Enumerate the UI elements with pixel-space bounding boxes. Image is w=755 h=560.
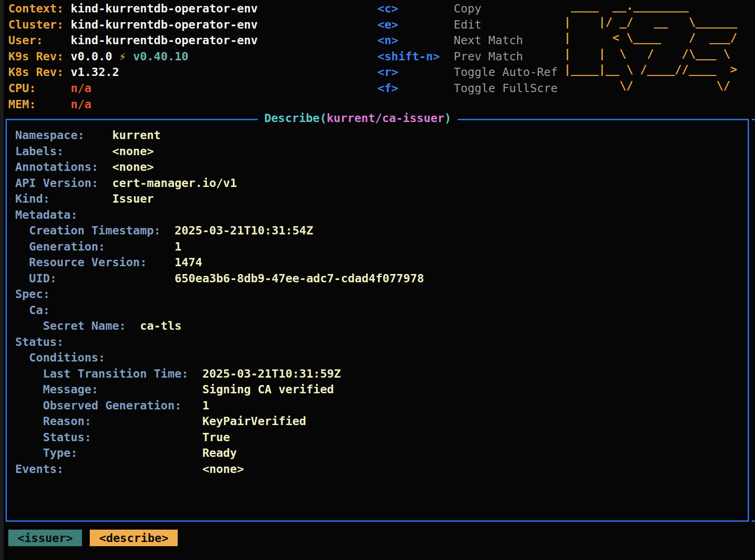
describe-value: 2025-03-21T10:31:54Z: [161, 224, 313, 237]
cluster-info-label: User:: [8, 34, 70, 47]
cluster-info-value: n/a: [70, 82, 91, 95]
describe-line: Ca:: [15, 303, 424, 319]
describe-key: Observed Generation:: [15, 399, 181, 412]
cluster-info-row: K8s Rev: v1.32.2: [8, 64, 258, 81]
hotkey-label: Toggle Auto-Ref: [454, 65, 558, 79]
describe-value: 1: [181, 399, 209, 412]
describe-value: <none>: [64, 145, 154, 158]
hotkey-label: Next Match: [454, 34, 523, 47]
cluster-info-row: MEM: n/a: [8, 97, 258, 113]
describe-key: Conditions:: [15, 351, 105, 364]
describe-value: 1: [105, 240, 182, 253]
describe-line: Reason: KeyPairVerified: [15, 414, 424, 430]
describe-title-prefix: Describe(: [264, 111, 326, 125]
describe-key: Kind:: [15, 192, 50, 205]
cluster-info-row: Context: kind-kurrentdb-operator-env: [8, 1, 258, 17]
describe-line: Metadata:: [15, 207, 424, 223]
describe-value: 2025-03-21T10:31:59Z: [188, 367, 341, 380]
describe-value: Signing CA verified: [99, 383, 334, 396]
describe-key: Events:: [15, 462, 64, 476]
describe-key: Labels:: [15, 145, 64, 158]
cluster-info-label: K9s Rev:: [8, 50, 70, 63]
hotkey-key: <c>: [378, 2, 454, 15]
describe-key: Annotations:: [15, 160, 99, 174]
hotkey-key: <n>: [378, 34, 454, 47]
describe-line: Status:: [15, 334, 424, 350]
cluster-info-label: Cluster:: [8, 18, 70, 31]
border-fragment: [752, 119, 755, 120]
describe-line: Message: Signing CA verified: [15, 382, 424, 398]
describe-key: Last Transition Time:: [15, 367, 188, 380]
hotkey-item: <c> Copy: [378, 1, 558, 17]
cluster-info-value: v0.40.10: [133, 50, 188, 63]
crumb-describe[interactable]: <describe>: [90, 530, 178, 546]
describe-value: kurrent: [85, 128, 161, 142]
describe-value: cert-manager.io/v1: [99, 176, 237, 190]
describe-title-resource: kurrent/ca-issuer: [326, 111, 444, 125]
cluster-info-value: v0.0.0: [70, 50, 112, 63]
describe-line: Labels: <none>: [15, 144, 424, 160]
describe-line: Events: <none>: [15, 461, 424, 478]
hotkey-label: Toggle FullScre: [454, 82, 558, 95]
describe-key: Message:: [15, 383, 99, 396]
cluster-info-value: n/a: [70, 98, 91, 111]
describe-line: Observed Generation: 1: [15, 398, 424, 414]
cluster-info-value: kind-kurrentdb-operator-env: [70, 18, 257, 31]
describe-content: Namespace: kurrentLabels: <none>Annotati…: [15, 128, 424, 477]
window-edge: [0, 0, 4, 560]
describe-line: Generation: 1: [15, 239, 424, 255]
describe-value: KeyPairVerified: [92, 414, 307, 428]
describe-line: Resource Version: 1474: [15, 255, 424, 271]
describe-key: Resource Version:: [15, 256, 147, 269]
describe-line: Spec:: [15, 286, 424, 303]
cluster-info-value: kind-kurrentdb-operator-env: [70, 2, 257, 15]
describe-line: Creation Timestamp: 2025-03-21T10:31:54Z: [15, 223, 424, 239]
cluster-info-row: CPU: n/a: [8, 81, 258, 97]
hotkey-label: Copy: [454, 2, 482, 15]
hotkey-label: Edit: [454, 18, 482, 31]
describe-line: Annotations: <none>: [15, 159, 424, 175]
describe-key: Reason:: [15, 414, 92, 428]
describe-key: UID:: [15, 272, 57, 285]
k9s-screen: Context: kind-kurrentdb-operator-envClus…: [0, 0, 755, 560]
hotkey-item: <r> Toggle Auto-Ref: [378, 64, 558, 81]
hotkey-item: <n> Next Match: [378, 33, 558, 49]
cluster-info-row: User: kind-kurrentdb-operator-env: [8, 33, 258, 49]
describe-line: Type: Ready: [15, 445, 424, 461]
cluster-info-row: Cluster: kind-kurrentdb-operator-env: [8, 17, 258, 33]
describe-value: 650ea3b6-8db9-47ee-adc7-cdad4f077978: [57, 272, 424, 285]
describe-panel[interactable]: Describe(kurrent/ca-issuer) Namespace: k…: [6, 119, 749, 522]
hotkey-item: <shift-n> Prev Match: [378, 49, 558, 65]
describe-key: Type:: [15, 446, 77, 460]
describe-key: Metadata:: [15, 208, 77, 222]
cluster-info-label: CPU:: [8, 82, 70, 95]
hotkey-key: <shift-n>: [378, 50, 454, 63]
describe-line: Namespace: kurrent: [15, 128, 424, 144]
describe-line: Last Transition Time: 2025-03-21T10:31:5…: [15, 366, 424, 382]
cluster-info-label: Context:: [8, 2, 70, 15]
hotkey-key: <f>: [378, 82, 454, 95]
cluster-info-value: v1.32.2: [70, 65, 119, 79]
describe-value: Issuer: [50, 192, 154, 205]
describe-line: API Version: cert-manager.io/v1: [15, 175, 424, 192]
cluster-info-value: kind-kurrentdb-operator-env: [70, 34, 257, 47]
describe-key: Creation Timestamp:: [15, 224, 161, 237]
describe-line: Kind: Issuer: [15, 191, 424, 207]
breadcrumb: <issuer><describe>: [8, 530, 178, 546]
border-fragment: [752, 520, 755, 522]
describe-key: Namespace:: [15, 128, 85, 142]
hotkey-menu: <c> Copy<e> Edit<n> Next Match<shift-n> …: [378, 1, 558, 97]
describe-key: Generation:: [15, 240, 105, 253]
hotkey-key: <r>: [378, 65, 454, 79]
describe-key: Ca:: [15, 303, 50, 317]
describe-key: Secret Name:: [15, 319, 126, 332]
cluster-info: Context: kind-kurrentdb-operator-envClus…: [8, 1, 258, 112]
cluster-info-row: K9s Rev: v0.0.0 ⚡ v0.40.10: [8, 49, 258, 65]
describe-line: Conditions:: [15, 350, 424, 366]
hotkey-key: <e>: [378, 18, 454, 31]
describe-key: Status:: [15, 431, 92, 444]
cluster-info-label: MEM:: [8, 98, 70, 111]
describe-line: Status: True: [15, 430, 424, 446]
crumb-issuer[interactable]: <issuer>: [8, 530, 82, 546]
describe-value: True: [92, 431, 230, 444]
